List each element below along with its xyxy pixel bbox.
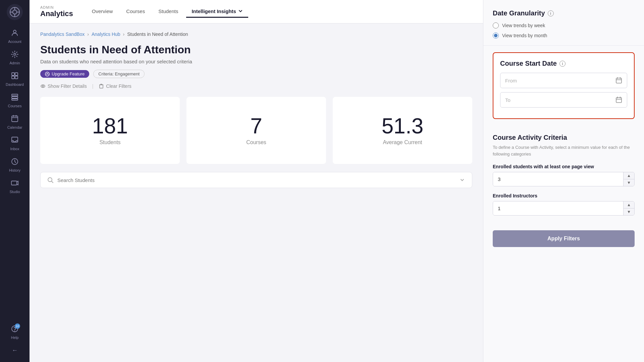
- sidebar-item-courses-label: Courses: [8, 104, 22, 108]
- app-logo: [7, 4, 23, 20]
- svg-point-25: [41, 85, 45, 87]
- radio-by-month-input[interactable]: [493, 33, 499, 39]
- account-icon: [11, 29, 19, 38]
- filter-actions: Show Filter Details | Clear Filters: [40, 83, 472, 89]
- svg-point-6: [13, 30, 16, 33]
- sidebar-item-inbox-label: Inbox: [10, 147, 19, 151]
- dashboard-icon: [11, 72, 19, 81]
- svg-rect-36: [616, 98, 622, 103]
- sidebar-item-dashboard-label: Dashboard: [6, 82, 24, 86]
- nav-link-intelligent-insights[interactable]: Intelligent Insights: [186, 6, 248, 18]
- date-from-row: From: [500, 73, 627, 88]
- search-icon: [47, 177, 53, 183]
- sidebar-item-account-label: Account: [8, 40, 21, 44]
- stats-row: 181 Students 7 Courses 51.3 Average Curr…: [40, 97, 472, 164]
- svg-point-23: [15, 331, 15, 331]
- enrolled-students-value-input[interactable]: [493, 172, 623, 186]
- search-bar: [40, 172, 472, 188]
- sidebar-item-calendar[interactable]: Calendar: [0, 111, 30, 133]
- svg-rect-9: [15, 73, 18, 75]
- sidebar-item-dashboard[interactable]: Dashboard: [0, 68, 30, 90]
- course-start-date-panel: Course Start Date i From To: [493, 52, 635, 119]
- svg-rect-10: [12, 76, 14, 79]
- sidebar-item-help[interactable]: 10 Help: [0, 321, 30, 343]
- enrolled-instructors-value-input[interactable]: [493, 201, 623, 215]
- enrolled-students-decrement[interactable]: ▼: [624, 179, 634, 186]
- enrolled-students-input: ▲ ▼: [493, 172, 635, 186]
- enrolled-instructors-label: Enrolled Instructors: [493, 193, 635, 198]
- sidebar-item-studio[interactable]: Studio: [0, 176, 30, 197]
- breadcrumb-pandalytics[interactable]: Pandalytics SandBox: [40, 32, 85, 37]
- stat-card-courses: 7 Courses: [186, 97, 326, 164]
- sidebar-collapse-button[interactable]: ←: [8, 343, 22, 358]
- help-badge-count: 10: [15, 323, 20, 329]
- breadcrumb-separator-1: ›: [87, 32, 89, 37]
- enrolled-instructors-input: ▲ ▼: [493, 201, 635, 216]
- sidebar-item-calendar-label: Calendar: [7, 125, 22, 129]
- right-panel: Date Granularity i View trends by week V…: [483, 0, 644, 362]
- stat-average-label: Average Current: [383, 139, 422, 145]
- breadcrumb-analytics-hub[interactable]: Analytics Hub: [92, 32, 120, 37]
- top-navigation: ADMIN Analytics Overview Courses Student…: [30, 0, 483, 23]
- stat-courses-label: Courses: [246, 139, 266, 145]
- calendar-to-icon: [615, 97, 622, 103]
- nav-link-courses[interactable]: Courses: [121, 6, 150, 18]
- svg-rect-8: [12, 73, 14, 75]
- enrolled-instructors-increment[interactable]: ▲: [624, 201, 634, 208]
- nav-link-overview[interactable]: Overview: [87, 6, 118, 18]
- clear-filters-button[interactable]: Clear Filters: [99, 83, 131, 89]
- search-dropdown-icon[interactable]: [459, 177, 465, 183]
- date-granularity-radio-group: View trends by week View trends by month: [493, 22, 635, 39]
- enrolled-instructors-decrement[interactable]: ▼: [624, 208, 634, 215]
- date-granularity-title: Date Granularity i: [493, 9, 635, 17]
- course-activity-title: Course Activity Criteria: [493, 134, 635, 141]
- enrolled-students-label: Enrolled students with at least one page…: [493, 164, 635, 169]
- svg-rect-12: [12, 94, 18, 96]
- nav-link-students[interactable]: Students: [153, 6, 183, 18]
- eye-icon: [40, 83, 46, 89]
- sidebar-item-history[interactable]: History: [0, 154, 30, 176]
- radio-by-week[interactable]: View trends by week: [493, 22, 635, 28]
- stat-card-students: 181 Students: [40, 97, 180, 164]
- criteria-badge[interactable]: Criteria: Engagement: [93, 70, 145, 78]
- radio-by-week-input[interactable]: [493, 22, 499, 28]
- admin-label: ADMIN: [40, 5, 73, 9]
- calendar-icon: [11, 115, 19, 124]
- show-filter-details-button[interactable]: Show Filter Details: [40, 83, 87, 89]
- stat-students-value: 181: [92, 115, 128, 137]
- sidebar-item-courses[interactable]: Courses: [0, 90, 30, 111]
- svg-rect-27: [100, 85, 103, 88]
- svg-rect-14: [12, 99, 18, 100]
- sidebar-item-help-label: Help: [11, 336, 19, 340]
- sidebar-item-inbox[interactable]: Inbox: [0, 133, 30, 154]
- date-granularity-info-icon[interactable]: i: [548, 10, 554, 16]
- svg-line-31: [52, 181, 53, 183]
- page-content: Pandalytics SandBox › Analytics Hub › St…: [30, 23, 483, 362]
- upgrade-feature-badge[interactable]: Upgrade Feature: [40, 70, 89, 78]
- page-badges: Upgrade Feature Criteria: Engagement: [40, 70, 472, 78]
- svg-point-7: [14, 53, 16, 55]
- svg-point-24: [45, 72, 49, 76]
- app-name: Analytics: [40, 9, 73, 18]
- sidebar-item-admin[interactable]: Admin: [0, 47, 30, 68]
- chevron-down-icon: [238, 9, 243, 13]
- sidebar-item-studio-label: Studio: [9, 190, 20, 194]
- enrolled-students-increment[interactable]: ▲: [624, 172, 634, 179]
- inbox-icon: [11, 136, 19, 145]
- date-to-input[interactable]: To: [500, 92, 627, 108]
- date-from-input[interactable]: From: [500, 73, 627, 88]
- course-activity-section: Course Activity Criteria To define a Cou…: [483, 126, 644, 230]
- history-icon: [11, 158, 19, 167]
- sidebar-item-admin-label: Admin: [9, 61, 20, 65]
- date-to-row: To: [500, 92, 627, 108]
- search-input[interactable]: [57, 177, 455, 183]
- enrolled-instructors-spinners: ▲ ▼: [623, 201, 634, 215]
- radio-by-month[interactable]: View trends by month: [493, 33, 635, 39]
- filter-divider: |: [92, 83, 94, 89]
- upgrade-icon: [45, 72, 50, 76]
- brand: ADMIN Analytics: [40, 5, 73, 18]
- sidebar-item-account[interactable]: Account: [0, 25, 30, 47]
- studio-icon: [11, 179, 19, 188]
- apply-filters-button[interactable]: Apply Filters: [493, 230, 635, 247]
- course-start-date-info-icon[interactable]: i: [559, 61, 566, 67]
